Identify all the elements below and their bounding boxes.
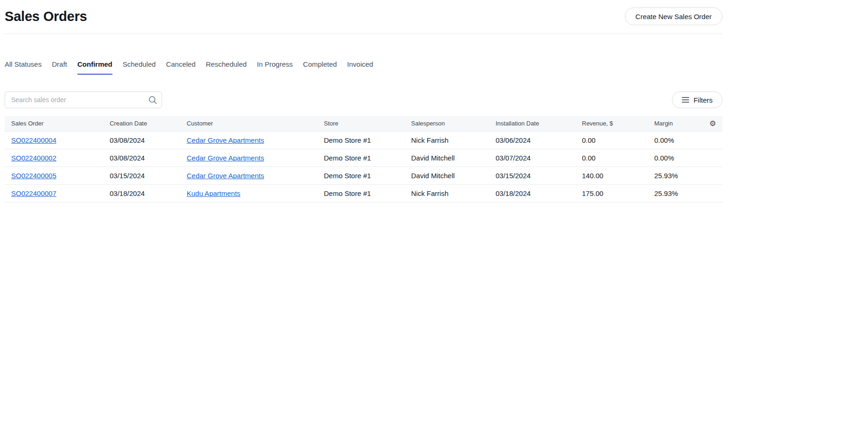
store-cell: Demo Store #1 <box>324 149 411 167</box>
col-header-installation-date: Installation Date <box>496 116 582 131</box>
table-row: SO022400002 03/08/2024 Cedar Grove Apart… <box>5 149 722 167</box>
tab-scheduled[interactable]: Scheduled <box>123 60 156 75</box>
tab-invoiced[interactable]: Invoiced <box>347 60 373 75</box>
search-input[interactable] <box>5 91 162 108</box>
revenue-cell: 140.00 <box>582 167 654 184</box>
tab-confirmed[interactable]: Confirmed <box>77 60 112 75</box>
margin-cell: 25.93% <box>654 184 709 202</box>
table-row: SO022400007 03/18/2024 Kudu Apartments D… <box>5 184 722 202</box>
customer-link[interactable]: Cedar Grove Apartments <box>187 172 264 180</box>
salesperson-cell: Nick Farrish <box>411 184 496 202</box>
table-row: SO022400005 03/15/2024 Cedar Grove Apart… <box>5 167 722 184</box>
filter-icon <box>682 97 689 103</box>
table-header-row: Sales Order Creation Date Customer Store… <box>5 116 722 131</box>
sales-orders-page: Sales Orders Create New Sales Order All … <box>0 0 722 202</box>
table-row: SO022400004 03/08/2024 Cedar Grove Apart… <box>5 131 722 149</box>
salesperson-cell: David Mitchell <box>411 149 496 167</box>
store-cell: Demo Store #1 <box>324 184 411 202</box>
installation-date-cell: 03/06/2024 <box>496 131 582 149</box>
installation-date-cell: 03/15/2024 <box>496 167 582 184</box>
col-header-customer: Customer <box>187 116 324 131</box>
col-header-creation-date: Creation Date <box>110 116 187 131</box>
header-divider <box>5 34 722 34</box>
settings-gear-icon[interactable]: ⚙ <box>709 119 716 128</box>
customer-link[interactable]: Cedar Grove Apartments <box>187 154 264 162</box>
tab-draft[interactable]: Draft <box>52 60 67 75</box>
sales-order-link[interactable]: SO022400007 <box>11 189 56 197</box>
tab-rescheduled[interactable]: Rescheduled <box>206 60 247 75</box>
tab-completed[interactable]: Completed <box>303 60 337 75</box>
sales-order-link[interactable]: SO022400005 <box>11 172 56 180</box>
creation-date-cell: 03/18/2024 <box>110 184 187 202</box>
revenue-cell: 175.00 <box>582 184 654 202</box>
store-cell: Demo Store #1 <box>324 167 411 184</box>
sales-order-link[interactable]: SO022400002 <box>11 154 56 162</box>
status-tabs: All Statuses Draft Confirmed Scheduled C… <box>5 60 722 75</box>
create-sales-order-button[interactable]: Create New Sales Order <box>625 7 722 25</box>
margin-cell: 25.93% <box>654 167 709 184</box>
col-header-store: Store <box>324 116 411 131</box>
installation-date-cell: 03/07/2024 <box>496 149 582 167</box>
row-actions-cell <box>709 167 722 184</box>
page-title: Sales Orders <box>5 9 87 24</box>
row-actions-cell <box>709 131 722 149</box>
revenue-cell: 0.00 <box>582 131 654 149</box>
col-header-margin: Margin <box>654 116 709 131</box>
column-settings-cell: ⚙ <box>709 116 722 131</box>
tab-in-progress[interactable]: In Progress <box>257 60 293 75</box>
search-box <box>5 91 162 108</box>
toolbar: Filters <box>5 91 722 108</box>
row-actions-cell <box>709 184 722 202</box>
store-cell: Demo Store #1 <box>324 131 411 149</box>
salesperson-cell: Nick Farrish <box>411 131 496 149</box>
page-header: Sales Orders Create New Sales Order <box>5 0 722 34</box>
margin-cell: 0.00% <box>654 131 709 149</box>
installation-date-cell: 03/18/2024 <box>496 184 582 202</box>
col-header-revenue: Revenue, $ <box>582 116 654 131</box>
salesperson-cell: David Mitchell <box>411 167 496 184</box>
sales-order-link[interactable]: SO022400004 <box>11 136 56 144</box>
col-header-sales-order: Sales Order <box>5 116 110 131</box>
margin-cell: 0.00% <box>654 149 709 167</box>
sales-orders-table: Sales Order Creation Date Customer Store… <box>5 116 722 202</box>
tab-all-statuses[interactable]: All Statuses <box>5 60 42 75</box>
filters-button[interactable]: Filters <box>672 91 722 108</box>
customer-link[interactable]: Kudu Apartments <box>187 189 240 197</box>
customer-link[interactable]: Cedar Grove Apartments <box>187 136 264 144</box>
row-actions-cell <box>709 149 722 167</box>
tab-canceled[interactable]: Canceled <box>166 60 196 75</box>
filters-button-label: Filters <box>693 96 713 104</box>
creation-date-cell: 03/08/2024 <box>110 149 187 167</box>
creation-date-cell: 03/08/2024 <box>110 131 187 149</box>
creation-date-cell: 03/15/2024 <box>110 167 187 184</box>
col-header-salesperson: Salesperson <box>411 116 496 131</box>
revenue-cell: 0.00 <box>582 149 654 167</box>
